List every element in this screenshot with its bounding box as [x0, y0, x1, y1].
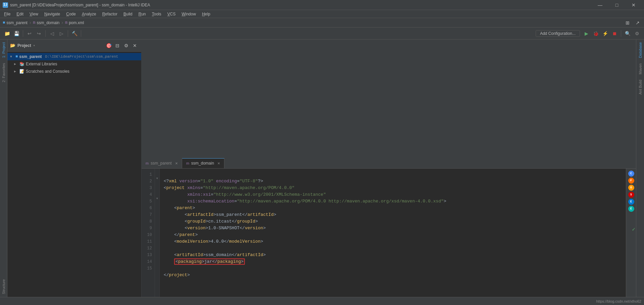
project-settings-button[interactable]: ⚙ [122, 42, 130, 49]
tree-label-external-libs: External Libraries [26, 62, 57, 66]
line-number-13: 13 [147, 252, 152, 258]
toolbar-row: 📁 💾 ↩ ↪ ◁ ▷ 🔨 Add Configuration... ▶ 🐞 ⚡… [0, 27, 644, 40]
toolbar-separator-2 [45, 30, 46, 37]
tab-label-ssm-parent: ssm_parent [151, 161, 172, 166]
tab-close-ssm-parent[interactable]: ✕ [175, 162, 178, 165]
status-bar: https://blog.csdn.net/xtho62 [0, 297, 644, 305]
stop-button[interactable]: ⏹ [610, 29, 619, 38]
code-line-2: <project xmlns="http://maven.apache.org/… [164, 185, 294, 190]
browser-icon-edge[interactable]: E [628, 199, 634, 205]
browser-icon-chrome[interactable]: C [628, 171, 634, 177]
menu-vcs[interactable]: VCS [165, 11, 178, 17]
build-project-button[interactable]: 🔨 [70, 29, 79, 38]
tab-close-ssm-domain[interactable]: ✕ [217, 162, 220, 165]
tab-ssm-parent[interactable]: m ssm_parent ✕ [142, 158, 182, 168]
browser-icons-area: C F O S E E [627, 171, 635, 212]
code-content[interactable]: <?xml version="1.0" encoding="UTF-8"?> <… [160, 169, 626, 297]
save-all-button[interactable]: 💾 [12, 29, 21, 38]
line-number-3: 3 [150, 185, 152, 191]
code-line-10: <modelVersion>4.0.0</modelVersion> [164, 239, 263, 244]
toolbar-separator-1 [23, 30, 23, 37]
hide-panel-button[interactable]: ✕ [131, 42, 139, 49]
tree-item-ssm-parent[interactable]: ▼ ■ ssm_parent D:\IDE\ideaProject\ssm\ss… [7, 53, 141, 60]
breadcrumb-folder-icon: ■ [3, 20, 5, 25]
menu-view[interactable]: View [27, 11, 41, 17]
debug-button[interactable]: 🐞 [591, 29, 600, 38]
browser-icon-edge2[interactable]: E [628, 206, 634, 212]
undo-button[interactable]: ↩ [25, 29, 34, 38]
intellij-icon: IJ [3, 2, 8, 8]
tree-icon-ssm-parent: ■ [15, 54, 18, 59]
menu-refactor[interactable]: Refactor [100, 11, 120, 17]
menu-help[interactable]: Help [199, 11, 213, 17]
right-strip-database[interactable]: Database [638, 40, 643, 61]
tree-arrow-ssm-parent: ▼ [10, 55, 14, 59]
close-button[interactable]: ✕ [626, 0, 641, 10]
left-strip-structure-label[interactable]: Structure [1, 277, 6, 297]
project-dropdown-arrow[interactable]: ▾ [33, 44, 35, 48]
app-icon-text: IJ [3, 3, 7, 7]
run-with-coverage-button[interactable]: ⚡ [601, 29, 609, 38]
title-bar: IJ ssm_parent [D:\IDE\ideaProject\ssm\ss… [0, 0, 644, 10]
left-strip-favorites-label[interactable]: 2: Favorites [1, 60, 6, 85]
menu-build[interactable]: Build [121, 11, 135, 17]
menu-bar: File Edit View Navigate Code Analyze Ref… [0, 10, 644, 18]
toggle-distraction-free-button[interactable]: ↗ [634, 19, 641, 26]
breadcrumb-item-1[interactable]: ssm_domain [37, 20, 60, 25]
minimize-button[interactable]: — [592, 0, 608, 10]
open-file-button[interactable]: 📁 [3, 29, 11, 38]
left-strip-project-label[interactable]: 1: Project [1, 40, 6, 60]
run-button[interactable]: ▶ [582, 29, 591, 38]
right-strip-maven[interactable]: Maven [638, 61, 643, 77]
locate-in-tree-button[interactable]: 🎯 [105, 42, 112, 49]
tab-ssm-domain[interactable]: m ssm_domain ✕ [182, 158, 224, 168]
toggle-presentation-mode-button[interactable]: ⊞ [624, 19, 631, 26]
line-number-9: 9 [150, 225, 152, 232]
menu-tools[interactable]: Tools [149, 11, 164, 17]
status-bar-right: https://blog.csdn.net/xtho62 [596, 299, 641, 303]
run-configuration-button[interactable]: Add Configuration... [536, 30, 580, 37]
menu-code[interactable]: Code [63, 11, 78, 17]
redo-button[interactable]: ↪ [35, 29, 43, 38]
menu-file[interactable]: File [1, 11, 13, 17]
tree-item-external-libraries[interactable]: ▶ 📚 External Libraries [7, 60, 141, 68]
window-controls: — □ ✕ [592, 0, 641, 10]
settings-button[interactable]: ⚙ [633, 29, 641, 38]
browser-icon-safari[interactable]: S [628, 192, 634, 198]
forward-button[interactable]: ▷ [57, 29, 66, 38]
collapse-all-button[interactable]: ⊟ [114, 42, 121, 49]
tab-icon-ssm-parent: m [146, 161, 149, 165]
menu-window[interactable]: Window [179, 11, 199, 17]
code-line-7: <groupId>cn.itcast</groupId> [164, 219, 258, 224]
menu-edit[interactable]: Edit [14, 11, 26, 17]
code-line-6: <artifactId>ssm_parent</artifactId> [164, 212, 276, 217]
breadcrumb-label-0: ssm_parent [6, 20, 28, 25]
menu-run[interactable]: Run [136, 11, 149, 17]
breadcrumb-item-0[interactable]: ssm_parent [6, 20, 28, 25]
title-bar-left: IJ ssm_parent [D:\IDE\ideaProject\ssm\ss… [3, 2, 150, 8]
code-line-3: xmlns:xsi="http://www.w3.org/2001/XMLSch… [164, 192, 326, 197]
line-number-7: 7 [150, 211, 152, 218]
tree-label-ssm-parent: ssm_parent [19, 54, 42, 59]
breadcrumb-right-tools: ⊞ ↗ [624, 19, 641, 26]
maximize-button[interactable]: □ [609, 0, 625, 10]
browser-icon-firefox[interactable]: F [628, 178, 634, 184]
breadcrumb-sep-2: › [61, 20, 64, 25]
line-number-5: 5 [150, 198, 152, 205]
line-number-2: 2 [150, 178, 152, 185]
project-header-icons: 🎯 ⊟ ⚙ ✕ [105, 42, 139, 49]
line-number-11: 11 [147, 238, 152, 245]
left-strip: 1: Project 2: Favorites Structure [0, 40, 7, 297]
menu-navigate[interactable]: Navigate [42, 11, 63, 17]
back-button[interactable]: ◁ [48, 29, 56, 38]
breadcrumb-item-2[interactable]: pom.xml [69, 20, 84, 25]
tab-icon-ssm-domain: m [186, 161, 189, 165]
browser-icon-opera[interactable]: O [628, 185, 634, 191]
project-tree: ▼ ■ ssm_parent D:\IDE\ideaProject\ssm\ss… [7, 52, 141, 297]
tree-arrow-external-libs: ▶ [14, 62, 18, 66]
tree-label-scratches: Scratches and Consoles [26, 69, 69, 74]
tree-item-scratches[interactable]: ▶ 📝 Scratches and Consoles [7, 68, 141, 75]
right-strip-ant-build[interactable]: Ant Build [638, 77, 643, 97]
search-everywhere-button[interactable]: 🔍 [623, 29, 632, 38]
menu-analyze[interactable]: Analyze [79, 11, 99, 17]
